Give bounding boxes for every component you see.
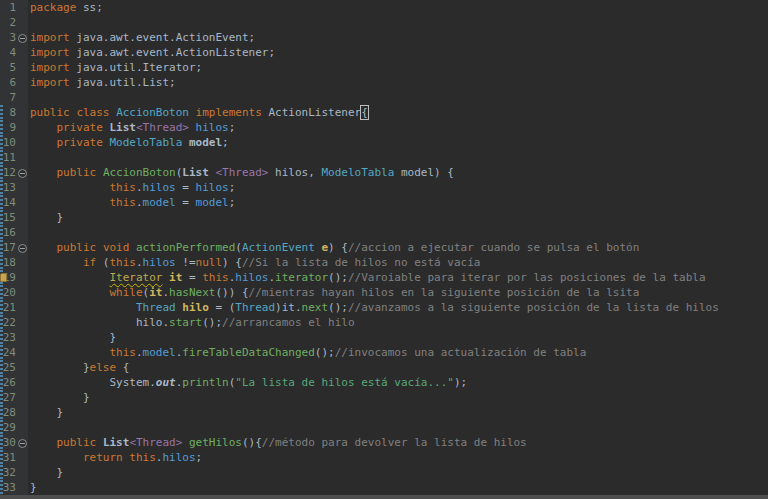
gutter-cell[interactable]: 25 [0,360,28,375]
gutter-cell[interactable]: 11 [0,150,28,165]
gutter-cell[interactable]: 16 [0,225,28,240]
text-token: { [116,361,129,374]
gutter-cell[interactable]: 3 [0,30,28,45]
code-text[interactable]: System.out.println("La lista de hilos es… [28,375,768,390]
text-token: hilo. [30,316,169,329]
line-number[interactable]: 3 [0,30,16,45]
code-text[interactable]: this.model.fireTableDataChanged();//invo… [28,345,768,360]
code-text[interactable]: }else { [28,360,768,375]
code-text[interactable]: private ModeloTabla model; [28,135,768,150]
code-text[interactable]: this.model = model; [28,195,768,210]
method-token: next [302,301,329,314]
gutter-cell[interactable]: 23 [0,330,28,345]
fold-collapse-icon[interactable] [18,439,27,448]
gutter-cell[interactable]: 21 [0,300,28,315]
keyword-token: private [57,121,103,134]
change-bar [0,285,3,300]
method-token: iterator [275,271,328,284]
string-token: "La lista de hilos está vacía..." [235,376,454,389]
code-text[interactable]: } [28,465,768,480]
gutter-cell[interactable]: 4 [0,45,28,60]
code-text[interactable]: } [28,210,768,225]
fold-collapse-icon[interactable] [18,169,27,178]
code-text[interactable]: public void actionPerformed(ActionEvent … [28,240,768,255]
gutter-cell[interactable]: 18 [0,255,28,270]
code-text[interactable] [28,225,768,240]
gutter-cell[interactable]: 32 [0,465,28,480]
keyword-token: public [57,436,97,449]
text-token [30,436,57,449]
change-bar [0,255,3,270]
line-number[interactable]: 4 [0,45,16,60]
code-text[interactable]: } [28,480,768,495]
method-token: start [169,316,202,329]
gutter-cell[interactable]: 7 [0,90,28,105]
code-text[interactable]: import java.awt.event.ActionEvent; [28,30,768,45]
code-text[interactable]: public AccionBoton(List <Thread> hilos, … [28,165,768,180]
gutter-cell[interactable]: 8 [0,105,28,120]
code-text[interactable]: import java.awt.event.ActionListener; [28,45,768,60]
gutter-cell[interactable]: 10 [0,135,28,150]
gutter-cell[interactable]: 14 [0,195,28,210]
gutter-cell[interactable]: 29 [0,420,28,435]
gutter-cell[interactable]: 13 [0,180,28,195]
line-number[interactable]: 7 [0,90,16,105]
code-line: 26 System.out.println("La lista de hilos… [0,375,768,390]
text-token: model) { [394,166,454,179]
line-number[interactable]: 6 [0,75,16,90]
gutter-cell[interactable]: 24 [0,345,28,360]
field-token: hilos [162,451,195,464]
fold-collapse-icon[interactable] [18,244,27,253]
code-text[interactable]: this.hilos = hilos; [28,180,768,195]
change-bar [0,375,3,390]
code-text[interactable] [28,15,768,30]
line-number[interactable]: 5 [0,60,16,75]
gutter-cell[interactable]: 26 [0,375,28,390]
code-text[interactable]: } [28,405,768,420]
code-text[interactable]: Thread hilo = (Thread)it.next();//avanza… [28,300,768,315]
generic-type-token: <Thread> [136,121,189,134]
gutter-cell[interactable]: 27 [0,390,28,405]
code-text[interactable]: package ss; [28,0,768,15]
keyword-token: void [103,241,130,254]
gutter-cell[interactable]: 5 [0,60,28,75]
code-text[interactable]: import java.util.List; [28,75,768,90]
gutter-cell[interactable]: 6 [0,75,28,90]
gutter-cell[interactable]: 28 [0,405,28,420]
gutter-cell[interactable]: 22 [0,315,28,330]
code-line: 5import java.util.Iterator; [0,60,768,75]
gutter-cell[interactable]: 20 [0,285,28,300]
gutter-cell[interactable]: 33 [0,480,28,495]
warning-annotation-icon[interactable] [0,273,7,282]
line-number[interactable]: 1 [0,0,16,15]
code-text[interactable]: public List<Thread> getHilos(){//método … [28,435,768,450]
code-text[interactable]: public class AccionBoton implements Acti… [28,105,768,120]
gutter-cell[interactable]: 19 [0,270,28,285]
gutter-cell[interactable]: 1 [0,0,28,15]
text-token: } [30,466,63,479]
gutter-cell[interactable]: 9 [0,120,28,135]
code-text[interactable] [28,420,768,435]
gutter-cell[interactable]: 12 [0,165,28,180]
text-token: ) { [328,241,348,254]
gutter-cell[interactable]: 15 [0,210,28,225]
code-text[interactable]: import java.util.Iterator; [28,60,768,75]
gutter-cell[interactable]: 17 [0,240,28,255]
code-text[interactable]: while(it.hasNext()) {//mientras hayan hi… [28,285,768,300]
gutter-cell[interactable]: 31 [0,450,28,465]
code-text[interactable]: Iterator it = this.hilos.iterator();//Va… [28,270,768,285]
code-text[interactable]: } [28,330,768,345]
code-text[interactable]: return this.hilos; [28,450,768,465]
code-text[interactable] [28,90,768,105]
fold-collapse-icon[interactable] [18,34,27,43]
line-number[interactable]: 2 [0,15,16,30]
gutter-cell[interactable]: 2 [0,15,28,30]
text-token: (); [315,346,335,359]
code-text[interactable]: } [28,390,768,405]
code-text[interactable]: if (this.hilos !=null) {//Si la lista de… [28,255,768,270]
code-text[interactable]: private List<Thread> hilos; [28,120,768,135]
gutter-cell[interactable]: 30 [0,435,28,450]
text-token [30,181,109,194]
code-text[interactable] [28,150,768,165]
code-text[interactable]: hilo.start();//arrancamos el hilo [28,315,768,330]
